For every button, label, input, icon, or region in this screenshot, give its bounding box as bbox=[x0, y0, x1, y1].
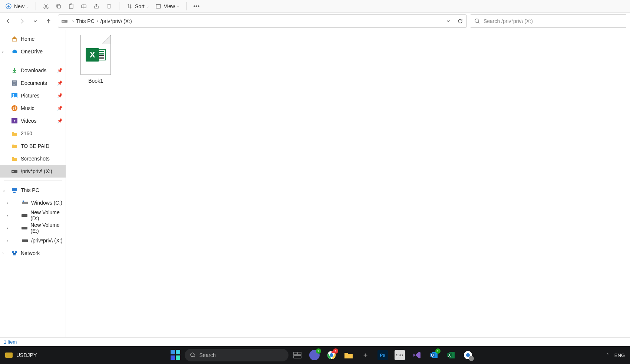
chevron-right-icon[interactable]: › bbox=[2, 49, 4, 54]
pin-icon: 📌 bbox=[57, 118, 63, 123]
sidebar-drive-d[interactable]: › New Volume (D:) bbox=[0, 209, 66, 222]
svg-point-1 bbox=[44, 7, 45, 9]
sidebar-folder-screenshots[interactable]: Screenshots bbox=[0, 152, 66, 165]
svg-rect-37 bbox=[294, 355, 301, 358]
taskbar-photoshop[interactable]: Ps bbox=[377, 350, 388, 360]
drive-icon bbox=[22, 237, 28, 244]
taskbar-taskview[interactable] bbox=[292, 350, 303, 360]
chevron-right-icon[interactable]: › bbox=[7, 213, 8, 218]
more-button[interactable]: ••• bbox=[190, 1, 203, 11]
taskbar-app-dark[interactable]: ✦ bbox=[360, 350, 371, 360]
chevron-right-icon: › bbox=[72, 19, 74, 24]
sort-button[interactable]: Sort ⌄ bbox=[123, 1, 152, 11]
taskbar-app-s2g[interactable]: S2G bbox=[395, 350, 405, 360]
chevron-right-icon[interactable]: › bbox=[7, 238, 8, 243]
paste-button[interactable] bbox=[65, 1, 77, 11]
chevron-right-icon[interactable]: › bbox=[2, 251, 4, 255]
sidebar-item-label: Videos bbox=[21, 118, 37, 124]
drive-icon bbox=[61, 19, 68, 24]
sidebar-network[interactable]: › Network bbox=[0, 247, 66, 259]
sidebar-drive-e[interactable]: › New Volume (E:) bbox=[0, 222, 66, 234]
address-bar[interactable]: › This PC › /priv*priv\ (X:) bbox=[58, 14, 467, 28]
share-button[interactable] bbox=[90, 1, 103, 11]
chevron-down-icon[interactable]: ⌄ bbox=[2, 188, 6, 193]
sidebar-item-label: Documents bbox=[21, 80, 47, 86]
svg-point-34 bbox=[191, 353, 194, 357]
svg-point-11 bbox=[475, 19, 479, 23]
svg-rect-25 bbox=[13, 192, 16, 193]
taskbar-chrome[interactable]: ! bbox=[326, 350, 337, 360]
start-button[interactable] bbox=[171, 350, 181, 360]
file-name: Book1 bbox=[88, 78, 103, 84]
chevron-right-icon[interactable]: › bbox=[7, 201, 8, 205]
cloud-icon bbox=[11, 48, 18, 55]
drive-icon bbox=[22, 225, 27, 231]
sidebar: Home › OneDrive Downloads 📌 Documents 📌 … bbox=[0, 30, 66, 337]
up-button[interactable] bbox=[45, 18, 52, 24]
sidebar-downloads[interactable]: Downloads 📌 bbox=[0, 64, 66, 77]
sidebar-item-label: Network bbox=[21, 250, 40, 256]
chevron-right-icon[interactable]: › bbox=[7, 226, 8, 230]
sidebar-pictures[interactable]: Pictures 📌 bbox=[0, 89, 66, 102]
refresh-button[interactable] bbox=[457, 18, 464, 24]
rename-button[interactable] bbox=[77, 1, 90, 11]
ellipsis-icon: ••• bbox=[193, 3, 200, 10]
new-button[interactable]: New ⌄ bbox=[2, 1, 32, 11]
cut-button[interactable] bbox=[40, 1, 52, 11]
breadcrumb-thispc[interactable]: This PC bbox=[76, 18, 95, 24]
svg-rect-26 bbox=[22, 202, 28, 204]
chevron-up-icon[interactable]: ˄ bbox=[607, 353, 609, 358]
sidebar-item-label: Music bbox=[21, 105, 34, 111]
recent-button[interactable] bbox=[32, 18, 39, 24]
copy-button[interactable] bbox=[52, 1, 65, 11]
sidebar-item-label: /priv*priv\ (X:) bbox=[21, 168, 52, 174]
search-box[interactable] bbox=[471, 14, 626, 28]
delete-button[interactable] bbox=[103, 1, 115, 11]
taskbar-outlook[interactable]: O1 bbox=[429, 350, 439, 360]
sidebar-item-label: Screenshots bbox=[21, 156, 50, 162]
sidebar-folder-2160[interactable]: 2160 bbox=[0, 127, 66, 140]
taskbar-search[interactable] bbox=[185, 349, 288, 361]
sidebar-drive-x[interactable]: › /priv*priv\ (X:) bbox=[0, 234, 66, 247]
taskbar-chrome-profile[interactable] bbox=[463, 350, 473, 360]
status-bar: 1 item bbox=[0, 337, 630, 346]
svg-rect-35 bbox=[294, 352, 297, 355]
sidebar-drive-x-quick[interactable]: /priv*priv\ (X:) bbox=[0, 165, 66, 178]
ticker-label[interactable]: USDJPY bbox=[16, 352, 37, 358]
cut-icon bbox=[43, 3, 49, 10]
search-input[interactable] bbox=[484, 18, 623, 24]
sort-label: Sort bbox=[135, 3, 145, 9]
network-icon bbox=[11, 250, 18, 257]
sidebar-onedrive[interactable]: › OneDrive bbox=[0, 45, 66, 58]
sidebar-documents[interactable]: Documents 📌 bbox=[0, 77, 66, 89]
sidebar-home[interactable]: Home bbox=[0, 33, 66, 45]
taskbar-visualstudio[interactable] bbox=[412, 350, 422, 360]
forward-button[interactable] bbox=[19, 18, 25, 24]
taskbar-excel[interactable]: X bbox=[446, 350, 456, 360]
folder-icon bbox=[11, 130, 18, 137]
file-pane[interactable]: X Book1 bbox=[66, 30, 630, 337]
excel-file-icon: X bbox=[80, 35, 111, 75]
view-button[interactable]: View ⌄ bbox=[152, 1, 182, 11]
drive-icon bbox=[11, 168, 18, 175]
language-indicator[interactable]: ENG bbox=[614, 353, 625, 358]
sidebar-thispc[interactable]: ⌄ This PC bbox=[0, 184, 66, 196]
taskbar-teams[interactable]: 1 bbox=[309, 350, 320, 360]
sidebar-videos[interactable]: Videos 📌 bbox=[0, 115, 66, 127]
sidebar-drive-c[interactable]: › Windows (C:) bbox=[0, 196, 66, 209]
svg-rect-24 bbox=[12, 188, 17, 191]
sidebar-folder-tobepaid[interactable]: TO BE PAID bbox=[0, 140, 66, 152]
taskbar-search-input[interactable] bbox=[199, 352, 283, 358]
pc-icon bbox=[11, 187, 18, 193]
back-button[interactable] bbox=[5, 18, 12, 24]
chevron-down-icon: ⌄ bbox=[177, 4, 179, 8]
sidebar-music[interactable]: Music 📌 bbox=[0, 102, 66, 115]
file-item-book1[interactable]: X Book1 bbox=[73, 35, 118, 84]
breadcrumb-current[interactable]: /priv*priv\ (X:) bbox=[100, 18, 132, 24]
finance-icon[interactable] bbox=[5, 353, 13, 358]
svg-rect-36 bbox=[298, 352, 301, 355]
chevron-down-icon[interactable] bbox=[445, 18, 452, 24]
sidebar-item-label: This PC bbox=[21, 187, 39, 193]
svg-rect-8 bbox=[156, 4, 161, 8]
taskbar-explorer[interactable] bbox=[343, 350, 354, 360]
